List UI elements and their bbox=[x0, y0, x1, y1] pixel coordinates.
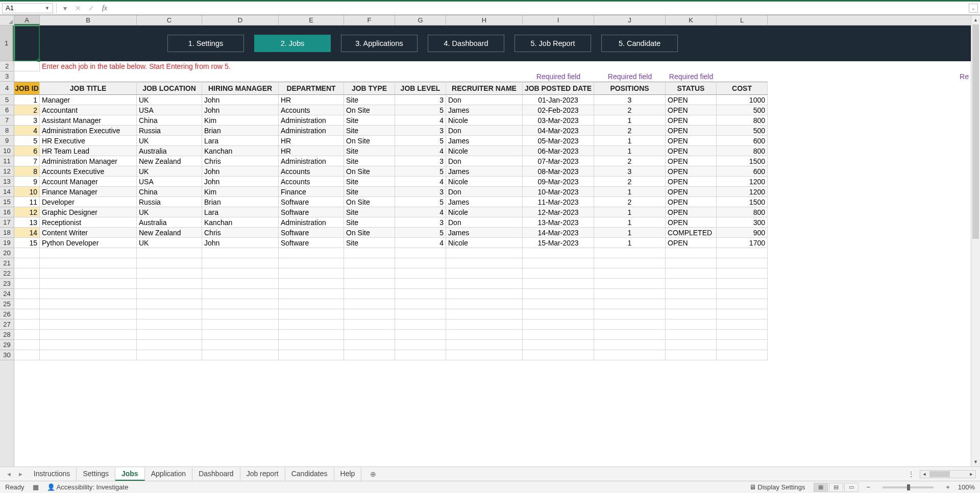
cell[interactable] bbox=[202, 299, 279, 309]
cell[interactable] bbox=[594, 289, 666, 299]
cell[interactable]: Administration bbox=[279, 126, 344, 136]
cell[interactable]: UK bbox=[137, 207, 202, 217]
cell[interactable]: 4 bbox=[395, 115, 446, 126]
cell[interactable]: HR Executive bbox=[40, 136, 137, 146]
cell[interactable]: Administration bbox=[279, 217, 344, 228]
cell[interactable]: Lara bbox=[202, 207, 279, 217]
cell[interactable]: 1 bbox=[14, 95, 40, 105]
cell[interactable]: 5 bbox=[395, 228, 446, 238]
cell-row3-B[interactable] bbox=[40, 71, 137, 82]
cell[interactable] bbox=[14, 289, 40, 299]
row-header-1[interactable]: 1 bbox=[0, 26, 14, 61]
cell[interactable]: 11-Mar-2023 bbox=[523, 197, 594, 207]
cell[interactable] bbox=[666, 319, 717, 330]
cell[interactable] bbox=[40, 350, 137, 360]
cell[interactable]: OPEN bbox=[666, 115, 717, 126]
cell[interactable]: Chris bbox=[202, 228, 279, 238]
cell[interactable]: John bbox=[202, 105, 279, 115]
cell[interactable]: 13-Mar-2023 bbox=[523, 217, 594, 228]
cell[interactable]: Finance Manager bbox=[40, 187, 137, 197]
cell[interactable]: Chris bbox=[202, 156, 279, 166]
cell[interactable]: 10 bbox=[14, 187, 40, 197]
cancel-icon[interactable]: ✕ bbox=[73, 3, 83, 13]
row-header-23[interactable]: 23 bbox=[0, 279, 14, 289]
cell[interactable] bbox=[717, 279, 768, 289]
cell[interactable]: Nicole bbox=[446, 177, 523, 187]
cell[interactable]: 1500 bbox=[717, 156, 768, 166]
cell[interactable]: 13 bbox=[14, 217, 40, 228]
cell[interactable]: 12-Mar-2023 bbox=[523, 207, 594, 217]
cell-row3-G[interactable] bbox=[395, 71, 446, 82]
cell[interactable]: James bbox=[446, 166, 523, 177]
cell[interactable]: 2 bbox=[594, 105, 666, 115]
row-header-6[interactable]: 6 bbox=[0, 105, 14, 115]
cell[interactable]: UK bbox=[137, 136, 202, 146]
cell[interactable]: OPEN bbox=[666, 217, 717, 228]
cell[interactable] bbox=[523, 330, 594, 340]
cell[interactable] bbox=[137, 258, 202, 268]
cell[interactable] bbox=[395, 289, 446, 299]
cell[interactable]: 600 bbox=[717, 136, 768, 146]
cell[interactable]: Nicole bbox=[446, 207, 523, 217]
cell[interactable]: Site bbox=[344, 126, 395, 136]
row-header-16[interactable]: 16 bbox=[0, 207, 14, 217]
fx-icon[interactable]: fx bbox=[100, 3, 110, 13]
cell[interactable]: Kanchan bbox=[202, 217, 279, 228]
row-header-17[interactable]: 17 bbox=[0, 217, 14, 228]
cell[interactable] bbox=[594, 248, 666, 258]
cell[interactable] bbox=[594, 340, 666, 350]
column-header-H[interactable]: H bbox=[446, 15, 523, 25]
nav-button----job-report[interactable]: 5. Job Report bbox=[514, 35, 591, 52]
table-header-job-posted-date[interactable]: JOB POSTED DATE bbox=[523, 82, 594, 95]
cell[interactable]: Russia bbox=[137, 197, 202, 207]
nav-button----jobs[interactable]: 2. Jobs bbox=[254, 35, 331, 52]
cell[interactable] bbox=[344, 289, 395, 299]
sheet-tab-candidates[interactable]: Candidates bbox=[285, 467, 334, 481]
cell[interactable]: Accounts bbox=[279, 166, 344, 177]
cell[interactable]: 1700 bbox=[717, 238, 768, 248]
cell[interactable] bbox=[717, 309, 768, 319]
cell[interactable]: 8 bbox=[14, 166, 40, 177]
cell[interactable] bbox=[14, 258, 40, 268]
cell[interactable] bbox=[446, 258, 523, 268]
cell[interactable] bbox=[40, 340, 137, 350]
tab-nav-prev-icon[interactable]: ◄ bbox=[4, 471, 14, 477]
cell[interactable] bbox=[279, 340, 344, 350]
cell[interactable]: 14-Mar-2023 bbox=[523, 228, 594, 238]
cell[interactable] bbox=[344, 299, 395, 309]
cell[interactable]: OPEN bbox=[666, 105, 717, 115]
cell[interactable]: OPEN bbox=[666, 207, 717, 217]
column-header-A[interactable]: A bbox=[14, 15, 40, 25]
cell[interactable] bbox=[666, 268, 717, 279]
cell[interactable]: 5 bbox=[395, 197, 446, 207]
cell[interactable] bbox=[446, 268, 523, 279]
cell[interactable] bbox=[594, 309, 666, 319]
cell-row3-C[interactable] bbox=[137, 71, 202, 82]
nav-button----applications[interactable]: 3. Applications bbox=[341, 35, 418, 52]
cell[interactable]: Brian bbox=[202, 126, 279, 136]
cell[interactable]: 02-Feb-2023 bbox=[523, 105, 594, 115]
cell[interactable]: Don bbox=[446, 126, 523, 136]
page-layout-view-button[interactable]: ▤ bbox=[829, 483, 843, 492]
cell[interactable]: 10-Mar-2023 bbox=[523, 187, 594, 197]
cell[interactable] bbox=[523, 258, 594, 268]
nav-button----settings[interactable]: 1. Settings bbox=[167, 35, 244, 52]
cell[interactable] bbox=[137, 340, 202, 350]
cell[interactable] bbox=[279, 309, 344, 319]
instruction-text[interactable]: Enter each job in the table below. Start… bbox=[40, 61, 971, 71]
cell[interactable] bbox=[395, 309, 446, 319]
row-header-25[interactable]: 25 bbox=[0, 299, 14, 309]
cell-row3-J[interactable]: Required field bbox=[594, 71, 666, 82]
cell[interactable]: 1 bbox=[594, 238, 666, 248]
cell[interactable]: Developer bbox=[40, 197, 137, 207]
cell[interactable]: On Site bbox=[344, 105, 395, 115]
cell[interactable]: On Site bbox=[344, 136, 395, 146]
cell[interactable]: Nicole bbox=[446, 238, 523, 248]
cell[interactable]: Administration bbox=[279, 115, 344, 126]
cell[interactable] bbox=[523, 289, 594, 299]
cell[interactable]: 900 bbox=[717, 228, 768, 238]
cell[interactable] bbox=[279, 279, 344, 289]
cell[interactable]: Content Writer bbox=[40, 228, 137, 238]
cell[interactable] bbox=[344, 268, 395, 279]
cell[interactable]: Don bbox=[446, 156, 523, 166]
